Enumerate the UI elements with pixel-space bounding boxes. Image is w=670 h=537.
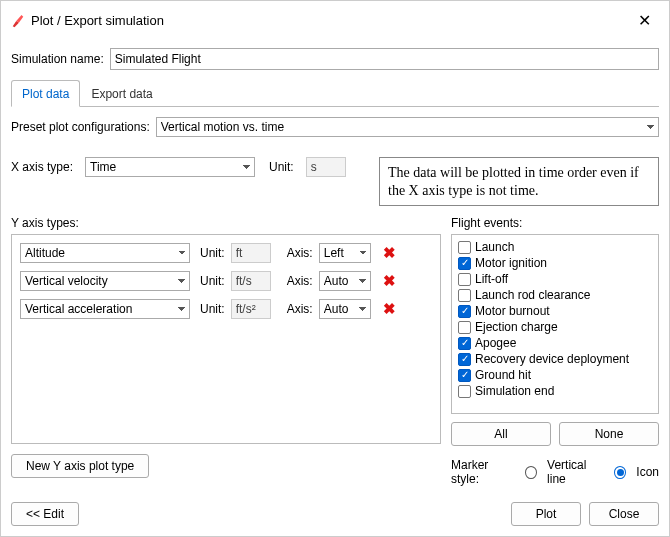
y-row: AltitudeUnit:Axis:Left✖ [20,243,432,263]
plot-button[interactable]: Plot [511,502,581,526]
event-checkbox[interactable] [458,241,471,254]
y-unit [231,271,271,291]
y-type-select[interactable]: Vertical acceleration [20,299,190,319]
event-row: Launch [456,239,654,255]
simulation-name-label: Simulation name: [11,52,104,66]
marker-icon-label: Icon [636,465,659,479]
events-all-button[interactable]: All [451,422,551,446]
marker-icon-radio[interactable] [614,466,626,479]
xaxis-controls: X axis type: Time Unit: [11,157,369,177]
delete-y-row-icon[interactable]: ✖ [377,300,402,318]
event-label: Launch [475,240,514,254]
y-type-select[interactable]: Altitude [20,243,190,263]
event-row: Motor burnout [456,303,654,319]
delete-y-row-icon[interactable]: ✖ [377,272,402,290]
event-checkbox[interactable] [458,321,471,334]
info-note: The data will be plotted in time order e… [379,157,659,206]
y-header: Y axis types: [11,216,435,230]
rocket-icon [11,14,25,28]
event-checkbox[interactable] [458,257,471,270]
y-panel: AltitudeUnit:Axis:Left✖Vertical velocity… [11,234,441,444]
event-checkbox[interactable] [458,337,471,350]
delete-y-row-icon[interactable]: ✖ [377,244,402,262]
tab-content: Preset plot configurations: Vertical mot… [11,107,659,526]
event-label: Lift-off [475,272,508,286]
simulation-name-row: Simulation name: [11,48,659,70]
title-bar: Plot / Export simulation ✕ [1,1,669,40]
events-buttons: All None [451,422,659,446]
y-axis-label: Axis: [287,302,313,316]
xaxis-unit [306,157,346,177]
marker-vertical-label: Vertical line [547,458,604,486]
bottom-bar: << Edit Plot Close [11,494,659,526]
simulation-name-input[interactable] [110,48,659,70]
new-y-wrap: New Y axis plot type [11,454,441,478]
y-unit-label: Unit: [200,302,225,316]
event-label: Ground hit [475,368,531,382]
event-checkbox[interactable] [458,369,471,382]
event-label: Recovery device deployment [475,352,629,366]
y-section: Y axis types: AltitudeUnit:Axis:Left✖Ver… [11,216,441,494]
event-row: Simulation end [456,383,654,399]
event-label: Apogee [475,336,516,350]
events-none-button[interactable]: None [559,422,659,446]
marker-vertical-radio[interactable] [525,466,537,479]
event-label: Launch rod clearance [475,288,590,302]
mid-section: Y axis types: AltitudeUnit:Axis:Left✖Ver… [11,216,659,494]
events-list: LaunchMotor ignitionLift-offLaunch rod c… [451,234,659,414]
tab-plot-data[interactable]: Plot data [11,80,80,107]
event-row: Apogee [456,335,654,351]
y-unit-label: Unit: [200,246,225,260]
event-checkbox[interactable] [458,353,471,366]
event-label: Motor ignition [475,256,547,270]
event-row: Lift-off [456,271,654,287]
close-button[interactable]: Close [589,502,659,526]
event-row: Ground hit [456,367,654,383]
y-unit [231,299,271,319]
event-row: Motor ignition [456,255,654,271]
close-icon[interactable]: ✕ [630,7,659,34]
y-axis-select[interactable]: Auto [319,299,371,319]
event-label: Motor burnout [475,304,550,318]
event-checkbox[interactable] [458,273,471,286]
window-title: Plot / Export simulation [31,13,164,28]
events-section: Flight events: LaunchMotor ignitionLift-… [451,216,659,494]
event-row: Launch rod clearance [456,287,654,303]
edit-button[interactable]: << Edit [11,502,79,526]
y-axis-select[interactable]: Auto [319,271,371,291]
dialog-window: Plot / Export simulation ✕ Simulation na… [0,0,670,537]
event-checkbox[interactable] [458,289,471,302]
tab-bar: Plot data Export data [11,80,659,107]
tab-export-data[interactable]: Export data [80,80,163,107]
event-row: Ejection charge [456,319,654,335]
event-checkbox[interactable] [458,385,471,398]
y-axis-select[interactable]: Left [319,243,371,263]
event-row: Recovery device deployment [456,351,654,367]
y-axis-label: Axis: [287,274,313,288]
y-row: Vertical velocityUnit:Axis:Auto✖ [20,271,432,291]
event-label: Simulation end [475,384,554,398]
event-label: Ejection charge [475,320,558,334]
preset-label: Preset plot configurations: [11,120,150,134]
preset-select[interactable]: Vertical motion vs. time [156,117,659,137]
y-unit [231,243,271,263]
marker-style-row: Marker style: Vertical line Icon [451,458,659,486]
preset-row: Preset plot configurations: Vertical mot… [11,117,659,137]
y-axis-label: Axis: [287,246,313,260]
y-type-select[interactable]: Vertical velocity [20,271,190,291]
event-checkbox[interactable] [458,305,471,318]
marker-style-label: Marker style: [451,458,515,486]
xaxis-type-select[interactable]: Time [85,157,255,177]
y-unit-label: Unit: [200,274,225,288]
xaxis-unit-label: Unit: [269,160,294,174]
xaxis-label: X axis type: [11,160,73,174]
xaxis-note-row: X axis type: Time Unit: The data will be… [11,157,659,206]
events-header: Flight events: [451,216,653,230]
new-y-axis-button[interactable]: New Y axis plot type [11,454,149,478]
y-row: Vertical accelerationUnit:Axis:Auto✖ [20,299,432,319]
dialog-body: Simulation name: Plot data Export data P… [1,40,669,536]
